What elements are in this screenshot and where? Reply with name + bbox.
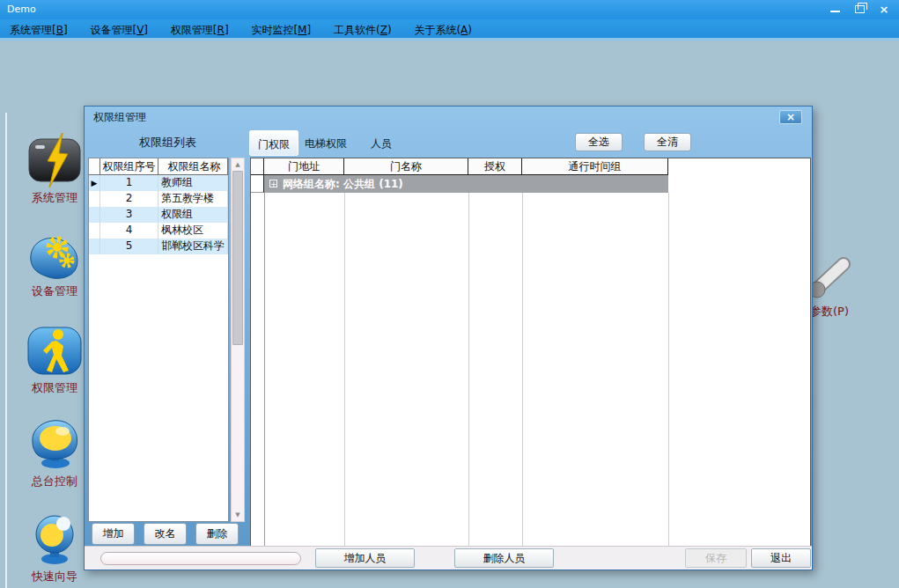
list-row[interactable]: 3 权限组 (89, 207, 228, 223)
scroll-down-icon[interactable]: ▼ (232, 509, 244, 521)
window-titlebar: Demo × (0, 0, 899, 19)
list-row[interactable]: 5 邯郸校区科学 (89, 239, 228, 254)
sidebar-item-label: 快速向导 (14, 569, 95, 584)
add-person-button[interactable]: 增加人员 (315, 548, 415, 568)
current-row-marker-icon: ▶ (92, 179, 98, 187)
group-list-title: 权限组列表 (139, 135, 196, 151)
gears-device-icon (26, 225, 83, 282)
list-col-name: 权限组名称 (158, 158, 228, 175)
progress-bar (100, 552, 301, 565)
window-close-button[interactable]: × (873, 3, 895, 17)
background-window-edge (5, 113, 7, 588)
table-selector-header (251, 158, 264, 175)
menu-bar: 系统管理[B] 设备管理[V] 权限管理[R] 实时监控[M] 工具软件(Z) … (0, 19, 899, 40)
list-row[interactable]: 2 第五教学楼 (89, 191, 228, 207)
add-group-button[interactable]: 增加 (92, 523, 135, 545)
table-col-door-name: 门名称 (344, 158, 468, 175)
list-row[interactable]: 4 枫林校区 (89, 223, 228, 239)
scroll-up-icon[interactable]: ▲ (232, 158, 244, 171)
close-icon: × (880, 3, 889, 16)
minimize-button[interactable] (824, 3, 845, 17)
exit-button[interactable]: 退出 (751, 548, 811, 568)
table-col-authorize: 授权 (468, 158, 522, 175)
menu-item-system[interactable]: 系统管理[B] (0, 19, 77, 40)
menu-item-tools[interactable]: 工具软件(Z) (324, 19, 402, 40)
table-grid-line (344, 193, 345, 546)
table-grid-line (668, 193, 669, 546)
table-grid-line (468, 193, 469, 546)
scrollbar-thumb[interactable] (232, 171, 243, 345)
select-all-button[interactable]: 全选 (575, 133, 623, 151)
wizard-lamp-icon (26, 511, 83, 567)
console-monitor-icon (26, 415, 83, 472)
table-col-time-group: 通行时间组 (522, 158, 668, 175)
restore-button[interactable] (849, 3, 870, 17)
list-row[interactable]: ▶ 1 教师组 (89, 175, 228, 191)
tab-elevator-permission[interactable]: 电梯权限 (297, 130, 355, 156)
menu-item-permission[interactable]: 权限管理[R] (161, 19, 239, 40)
close-icon: × (786, 111, 795, 123)
menu-item-monitor[interactable]: 实时监控[M] (241, 19, 321, 40)
delete-person-button[interactable]: 删除人员 (454, 548, 554, 568)
walking-person-icon (26, 322, 83, 379)
list-selector-header (89, 158, 100, 175)
dialog-close-button[interactable]: × (779, 110, 802, 124)
restore-icon (855, 5, 865, 13)
group-row-selector (251, 175, 264, 193)
tab-door-permission[interactable]: 门权限 (249, 130, 298, 156)
lightning-device-icon (26, 132, 83, 188)
table-header-row: 门地址 门名称 授权 通行时间组 (251, 158, 810, 175)
table-col-door-address: 门地址 (264, 158, 344, 175)
menu-item-device[interactable]: 设备管理[V] (80, 19, 158, 40)
rename-group-button[interactable]: 改名 (144, 523, 187, 545)
window-title: Demo (7, 4, 36, 15)
table-grid-line (264, 193, 265, 546)
dialog-title: 权限组管理 (93, 110, 146, 125)
expand-icon[interactable]: + (269, 180, 277, 187)
table-grid-line (522, 193, 523, 546)
clear-all-button[interactable]: 全清 (644, 133, 691, 151)
menu-item-about[interactable]: 关于系统(A) (404, 19, 482, 40)
door-permission-table: 门地址 门名称 授权 通行时间组 +网络组名称: 公共组 (11) (250, 158, 811, 547)
list-header-row: 权限组序号 权限组名称 (89, 158, 228, 175)
list-scrollbar[interactable]: ▲ ▼ (231, 158, 245, 522)
dialog-header: 权限组列表 门权限 电梯权限 人员 全选 全清 (85, 126, 812, 158)
permission-group-list: 权限组序号 权限组名称 ▶ 1 教师组 2 第五教学楼 3 权限组 4 枫林校区… (88, 158, 229, 522)
list-col-seq: 权限组序号 (100, 158, 158, 175)
dialog-footer: 增加人员 删除人员 保存 退出 (85, 546, 812, 570)
minimize-icon (830, 11, 840, 12)
network-group-label: 网络组名称: 公共组 (11) (283, 178, 403, 190)
delete-group-button[interactable]: 删除 (195, 523, 239, 545)
tab-personnel[interactable]: 人员 (363, 130, 400, 156)
save-button[interactable]: 保存 (685, 548, 747, 568)
network-group-row[interactable]: +网络组名称: 公共组 (11) (251, 175, 810, 193)
permission-group-dialog: 权限组管理 × 权限组列表 门权限 电梯权限 人员 全选 全清 权限组序号 权限… (84, 106, 813, 570)
